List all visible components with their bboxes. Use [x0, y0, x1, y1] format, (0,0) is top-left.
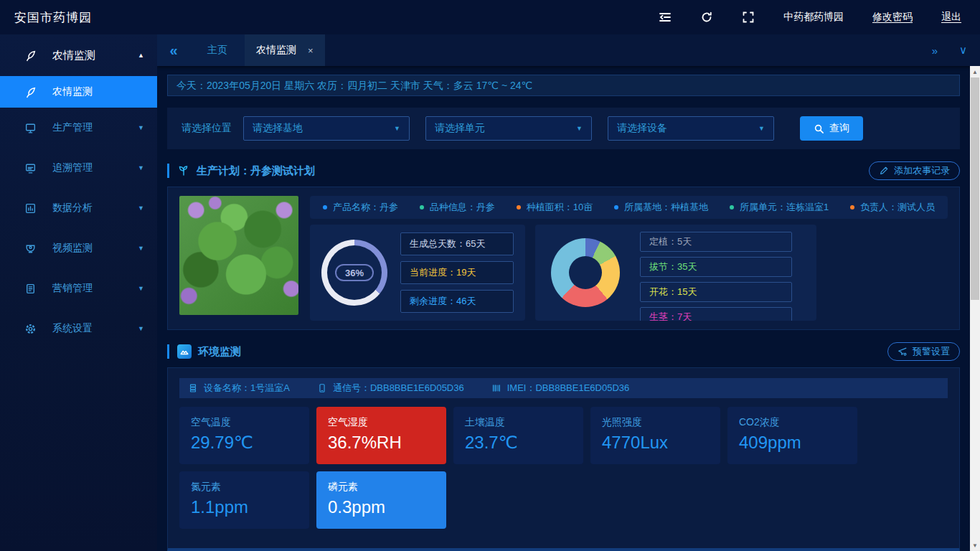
leaf-icon [24, 86, 37, 98]
gear-icon [24, 323, 37, 335]
plan-info-item: 品种信息：丹参 [420, 201, 495, 214]
location-label: 请选择位置 [182, 122, 232, 135]
plan-info-text: 产品名称：丹参 [333, 201, 398, 214]
phone-icon [317, 383, 327, 393]
scroll-down-icon[interactable]: ▼ [970, 540, 980, 550]
plan-info-item: 所属基地：种植基地 [614, 201, 708, 214]
scroll-up-icon[interactable]: ▲ [970, 67, 980, 77]
sensor-label: 空气温度 [191, 416, 298, 429]
tenant-name: 中药都药博园 [783, 11, 844, 24]
pencil-icon [879, 166, 889, 176]
plan-info-row: 产品名称：丹参 品种信息：丹参 种植面积：10亩 所属基地：种植基地 所属单元：… [310, 196, 948, 219]
bullet-dot-icon [323, 205, 327, 209]
chart-icon [24, 202, 37, 215]
sidebar-item[interactable]: 视频监测 ▼ [0, 228, 157, 268]
sidebar-item-label: 生产管理 [52, 121, 93, 134]
add-farm-record-label: 添加农事记录 [894, 164, 950, 177]
sensor-value: 23.7℃ [465, 433, 572, 453]
sidebar-parent-agri-monitor[interactable]: 农情监测 ▲ [0, 34, 157, 76]
environment-section-title: 环境监测 [198, 345, 241, 359]
stage-row: 拔节：35天 [640, 257, 792, 277]
server-icon [188, 383, 198, 393]
bullet-dot-icon [420, 205, 424, 209]
alert-settings-label: 预警设置 [913, 345, 950, 358]
stage-row: 定植：5天 [640, 232, 792, 252]
caret-down-icon: ▼ [576, 125, 583, 132]
camera-icon [24, 242, 37, 255]
plan-info-text: 种植面积：10亩 [527, 201, 593, 214]
sidebar-item-label: 营销管理 [52, 282, 93, 295]
bullet-dot-icon [517, 205, 521, 209]
sensor-card[interactable]: 光照强度 4770Lux [590, 407, 720, 464]
sidebar-item[interactable]: 数据分析 ▼ [0, 188, 157, 228]
plan-info-item: 负责人：测试人员 [850, 201, 935, 214]
select-value: 请选择单元 [435, 122, 485, 135]
vertical-scrollbar[interactable]: ▲ ▼ [970, 66, 980, 551]
environment-panel: 设备名称：1号温室A 通信号：DBB8BBE1E6D05D36 IMEI：DBB… [167, 367, 960, 551]
production-section-header: 生产计划：丹参测试计划 添加农事记录 [167, 161, 960, 181]
sidebar-item[interactable]: 系统设置 ▼ [0, 309, 157, 349]
filter-select[interactable]: 请选择单元 ▼ [425, 116, 592, 141]
plan-info-text: 负责人：测试人员 [860, 201, 935, 214]
document-icon [24, 283, 37, 295]
sensor-value: 36.7%RH [328, 433, 435, 453]
leaf-icon [24, 50, 37, 62]
search-button-label: 查询 [829, 122, 849, 135]
send-gear-icon [897, 347, 908, 357]
fullscreen-icon[interactable] [742, 11, 755, 24]
stage-rows: 定植：5天拔节：35天开花：15天生茎：7天 [640, 225, 792, 321]
filter-select[interactable]: 请选择基地 ▼ [243, 116, 410, 141]
sensor-value: 1.1ppm [191, 497, 298, 517]
sensor-card[interactable]: 空气湿度 36.7%RH [316, 407, 446, 464]
tabs-menu-icon[interactable]: ∨ [959, 44, 967, 57]
tab-active-label[interactable]: 农情监测 [256, 44, 296, 57]
production-panel: 产品名称：丹参 品种信息：丹参 种植面积：10亩 所属基地：种植基地 所属单元：… [167, 187, 960, 330]
logout-link[interactable]: 退出 [941, 11, 961, 24]
progress-row: 剩余进度：46天 [400, 290, 514, 313]
caret-down-icon: ▼ [138, 124, 144, 131]
sidebar-item[interactable]: 生产管理 ▼ [0, 108, 157, 148]
plan-info-text: 品种信息：丹参 [430, 201, 495, 214]
filter-select[interactable]: 请选择设备 ▼ [608, 116, 774, 141]
sidebar-item-label: 数据分析 [52, 202, 93, 215]
tab-agri-monitor: 农情监测 × [245, 34, 325, 66]
sidebar-item-label: 系统设置 [52, 322, 93, 335]
sidebar-item-label: 追溯管理 [52, 161, 93, 174]
plan-info-item: 所属单元：连栋温室1 [730, 201, 829, 214]
add-farm-record-button[interactable]: 添加农事记录 [869, 161, 960, 180]
tabs-scroll-right-icon[interactable]: » [932, 44, 938, 57]
menu-fold-icon[interactable] [659, 11, 672, 24]
sidebar-item[interactable]: 营销管理 ▼ [0, 268, 157, 309]
sensor-card[interactable]: 磷元素 0.3ppm [316, 471, 446, 529]
plan-info-text: 所属单元：连栋温室1 [740, 201, 829, 214]
sidebar-parent-label: 农情监测 [52, 49, 95, 62]
search-icon [814, 123, 824, 134]
tabs-scroll-left-icon[interactable]: « [157, 34, 190, 66]
sensor-label: CO2浓度 [739, 416, 846, 429]
sensor-card[interactable]: 空气温度 29.79℃ [179, 407, 309, 464]
app-logo: 安国市药博园 [14, 9, 92, 26]
refresh-icon[interactable] [700, 11, 713, 24]
sidebar-item[interactable]: 追溯管理 ▼ [0, 148, 157, 188]
sensor-label: 氮元素 [191, 481, 298, 494]
device-info-item: 设备名称：1号温室A [188, 382, 290, 395]
alert-settings-button[interactable]: 预警设置 [887, 342, 960, 361]
sensor-card[interactable]: 土壤温度 23.7℃ [453, 407, 583, 464]
monitor-icon [24, 122, 37, 134]
progress-rows: 生成总天数：65天当前进度：19天剩余进度：46天 [400, 232, 514, 313]
sidebar-item-agri-monitor-active[interactable]: 农情监测 [0, 76, 157, 108]
sensor-card[interactable]: CO2浓度 409ppm [727, 407, 857, 464]
caret-down-icon: ▼ [394, 125, 400, 132]
close-icon[interactable]: × [308, 45, 314, 56]
caret-down-icon: ▼ [138, 164, 144, 171]
sprout-icon [177, 164, 190, 177]
sensor-card[interactable]: 氮元素 1.1ppm [179, 471, 309, 529]
tab-home[interactable]: 主页 [190, 34, 245, 66]
search-button[interactable]: 查询 [800, 116, 863, 141]
filter-panel: 请选择位置 请选择基地 ▼ 请选择单元 ▼ 请选择设备 ▼ 查询 [167, 108, 960, 149]
plan-info-text: 所属基地：种植基地 [624, 201, 708, 214]
barcode-icon [491, 383, 501, 393]
change-password-link[interactable]: 修改密码 [872, 11, 913, 24]
section-accent-bar [167, 344, 169, 359]
scrollbar-thumb[interactable] [971, 77, 979, 300]
